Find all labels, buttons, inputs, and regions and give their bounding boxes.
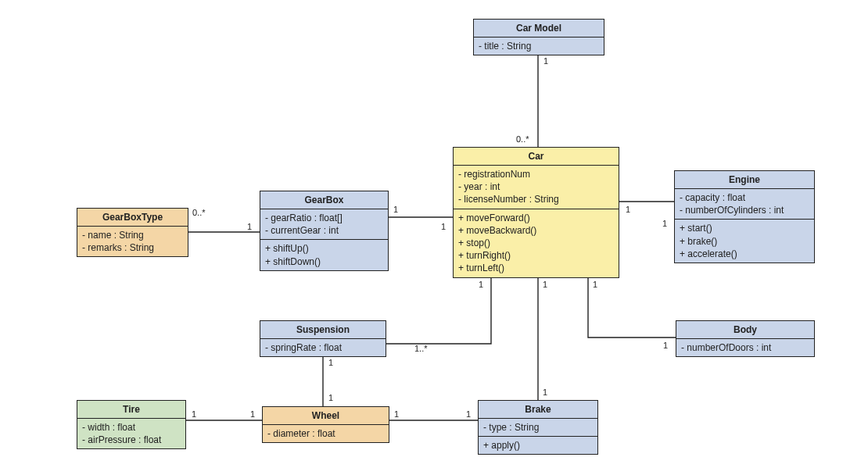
attribute: - gearRatio : float[]	[265, 212, 383, 224]
method: + brake()	[680, 235, 809, 248]
class-title: Wheel	[263, 407, 389, 425]
method: + start()	[680, 222, 809, 234]
class-title: GearBoxType	[77, 209, 188, 227]
class-suspension: Suspension - springRate : float	[260, 320, 386, 357]
multiplicity: 1	[328, 393, 333, 402]
class-car-model: Car Model - title : String	[473, 19, 604, 55]
class-title: Engine	[675, 171, 814, 189]
multiplicity: 1	[543, 388, 547, 397]
attribute: - numberOfCylinders : int	[680, 204, 809, 216]
multiplicity: 1	[250, 409, 255, 419]
multiplicity: 1	[192, 409, 196, 419]
multiplicity: 0..*	[192, 208, 206, 217]
class-title: GearBox	[260, 191, 388, 209]
class-gearbox: GearBox - gearRatio : float[] - currentG…	[260, 191, 389, 271]
method: + apply()	[483, 439, 593, 452]
multiplicity: 0..*	[516, 134, 529, 144]
attribute: - capacity : float	[680, 191, 809, 204]
multiplicity: 1..*	[414, 344, 428, 353]
class-title: Tire	[77, 401, 185, 419]
attribute: - diameter : float	[267, 427, 384, 440]
class-title: Brake	[479, 401, 597, 419]
class-car: Car - registrationNum - year : int - lic…	[453, 147, 619, 278]
method: + moveBackward()	[458, 224, 614, 237]
multiplicity: 1	[626, 205, 630, 214]
attribute: - year : int	[458, 180, 614, 193]
multiplicity: 1	[393, 205, 398, 214]
attribute: - numberOfDoors : int	[681, 341, 809, 354]
multiplicity: 1	[466, 409, 471, 419]
attribute: - name : String	[82, 229, 183, 241]
class-title: Car	[454, 148, 619, 166]
multiplicity: 1	[479, 280, 483, 289]
multiplicity: 1	[543, 280, 547, 289]
method: + accelerate()	[680, 248, 809, 260]
multiplicity: 1	[394, 409, 399, 419]
class-title: Suspension	[260, 321, 386, 339]
attribute: - currentGear : int	[265, 224, 383, 237]
method: + turnRight()	[458, 249, 614, 262]
method: + shiftUp()	[265, 242, 383, 255]
class-wheel: Wheel - diameter : float	[262, 406, 389, 443]
multiplicity: 1	[328, 358, 333, 367]
multiplicity: 1	[593, 280, 597, 289]
method: + shiftDown()	[265, 255, 383, 268]
class-body: Body - numberOfDoors : int	[676, 320, 815, 357]
method: + turnLeft()	[458, 262, 614, 274]
class-title: Body	[676, 321, 814, 339]
multiplicity: 1	[247, 222, 252, 231]
attribute: - title : String	[479, 40, 599, 52]
class-brake: Brake - type : String + apply()	[478, 400, 598, 455]
attribute: - remarks : String	[82, 241, 183, 254]
method: + stop()	[458, 237, 614, 249]
attribute: - licenseNumber : String	[458, 193, 614, 205]
multiplicity: 1	[663, 341, 668, 350]
diagram-canvas: Car Model - title : String GearBoxType -…	[0, 0, 868, 475]
multiplicity: 1	[543, 56, 548, 66]
attribute: - springRate : float	[265, 341, 381, 354]
attribute: - type : String	[483, 421, 593, 434]
class-engine: Engine - capacity : float - numberOfCyli…	[674, 170, 815, 263]
class-gearboxtype: GearBoxType - name : String - remarks : …	[77, 208, 188, 257]
attribute: - airPressure : float	[82, 434, 181, 446]
attribute: - registrationNum	[458, 168, 614, 180]
multiplicity: 1	[662, 219, 667, 228]
method: + moveForward()	[458, 212, 614, 224]
multiplicity: 1	[441, 222, 446, 231]
attribute: - width : float	[82, 421, 181, 434]
class-tire: Tire - width : float - airPressure : flo…	[77, 400, 186, 449]
class-title: Car Model	[474, 20, 604, 38]
